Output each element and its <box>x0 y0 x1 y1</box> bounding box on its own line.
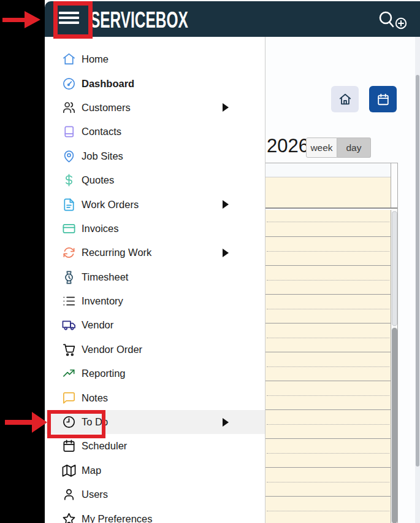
home-icon <box>61 52 76 67</box>
sidebar-item-reporting[interactable]: Reporting <box>45 362 265 385</box>
navigation-drawer: Home Dashboard Customers Contacts Job Si… <box>45 37 265 523</box>
sidebar-item-inventory[interactable]: Inventory <box>45 289 265 313</box>
sidebar-item-timesheet[interactable]: Timesheet <box>45 265 265 289</box>
sidebar-item-recurring-work[interactable]: Recurring Work <box>45 241 265 265</box>
submenu-caret-icon <box>223 103 229 112</box>
app-header: SERVICEBOX <box>45 1 420 37</box>
schedule-grid <box>265 163 398 523</box>
my-preferences-icon <box>61 511 76 523</box>
schedule-hour-row <box>265 409 391 438</box>
annotation-arrow-todo <box>5 420 33 425</box>
schedule-allday-row[interactable] <box>265 177 391 207</box>
sidebar-item-notes[interactable]: Notes <box>45 385 265 409</box>
sidebar-item-contacts[interactable]: Contacts <box>45 120 265 144</box>
browser-scrollbar-thumb[interactable] <box>416 75 419 467</box>
timesheet-icon <box>61 269 76 284</box>
sidebar-item-vendor[interactable]: Vendor <box>45 313 265 337</box>
search-icon[interactable] <box>378 10 396 29</box>
scrollbar-thumb[interactable] <box>392 328 397 523</box>
vendor-order-icon <box>61 342 76 357</box>
sidebar-item-invoices[interactable]: Invoices <box>45 217 265 241</box>
vendor-icon <box>61 318 76 333</box>
submenu-caret-icon <box>223 418 229 427</box>
sidebar-item-to-do[interactable]: To Do <box>45 410 265 434</box>
scrollbar-thumb[interactable] <box>392 211 397 326</box>
schedule-hour-row <box>265 438 391 467</box>
contacts-icon <box>61 125 76 139</box>
schedule-hour-row <box>265 352 391 381</box>
schedule-hour-row <box>265 496 391 523</box>
notes-icon <box>61 390 76 405</box>
schedule-hour-row <box>265 265 391 294</box>
home-icon <box>338 93 352 106</box>
home-view-button[interactable] <box>331 86 359 112</box>
sidebar-item-users[interactable]: Users <box>45 482 265 506</box>
customers-icon <box>61 100 76 115</box>
brand-logo[interactable]: SERVICEBOX <box>90 7 188 33</box>
day-toggle-button[interactable]: day <box>337 138 371 158</box>
quotes-icon <box>61 173 76 188</box>
map-icon <box>61 463 76 478</box>
sidebar-item-my-preferences[interactable]: My Preferences <box>45 506 265 523</box>
submenu-caret-icon <box>223 249 229 257</box>
sidebar-item-vendor-order[interactable]: Vendor Order <box>45 338 265 362</box>
schedule-scrollbar[interactable] <box>391 210 397 523</box>
scheduler-icon <box>61 439 76 454</box>
submenu-caret-icon <box>223 200 229 209</box>
browser-scrollbar[interactable] <box>415 37 420 523</box>
sidebar-item-map[interactable]: Map <box>45 459 265 482</box>
to-do-icon <box>61 415 76 430</box>
dashboard-icon <box>61 76 76 91</box>
schedule-date-heading: 2026 <box>267 135 309 157</box>
schedule-hour-row <box>265 467 391 496</box>
schedule-hour-row <box>265 381 391 409</box>
circle-plus-icon[interactable] <box>395 17 407 29</box>
week-toggle-button[interactable]: week <box>306 138 337 158</box>
schedule-hour-row <box>265 323 391 352</box>
work-orders-icon <box>61 197 76 212</box>
users-icon <box>61 487 76 502</box>
job-sites-icon <box>61 149 76 163</box>
sidebar-item-job-sites[interactable]: Job Sites <box>45 144 265 168</box>
inventory-icon <box>61 294 76 309</box>
view-toggle-group: week day <box>306 138 371 158</box>
recurring-work-icon <box>61 246 76 260</box>
schedule-hour-grid[interactable] <box>265 210 391 523</box>
annotation-arrow-hamburger <box>2 18 26 22</box>
sidebar-item-scheduler[interactable]: Scheduler <box>45 434 265 458</box>
hamburger-menu-icon[interactable] <box>59 12 79 28</box>
annotation-arrowhead-hamburger <box>25 11 40 28</box>
schedule-column-header <box>265 163 391 177</box>
schedule-hour-row <box>265 210 391 236</box>
schedule-hour-row <box>265 236 391 265</box>
schedule-hour-row <box>265 294 391 323</box>
sidebar-item-customers[interactable]: Customers <box>45 96 265 120</box>
app-window: SERVICEBOX 2026 week day <box>45 0 420 523</box>
sidebar-item-home[interactable]: Home <box>45 47 265 71</box>
calendar-icon <box>376 93 390 106</box>
sidebar-item-dashboard[interactable]: Dashboard <box>45 71 265 95</box>
invoices-icon <box>61 221 76 236</box>
reporting-icon <box>61 366 76 381</box>
sidebar-item-work-orders[interactable]: Work Orders <box>45 192 265 216</box>
calendar-view-button[interactable] <box>369 86 397 112</box>
sidebar-item-quotes[interactable]: Quotes <box>45 168 265 192</box>
